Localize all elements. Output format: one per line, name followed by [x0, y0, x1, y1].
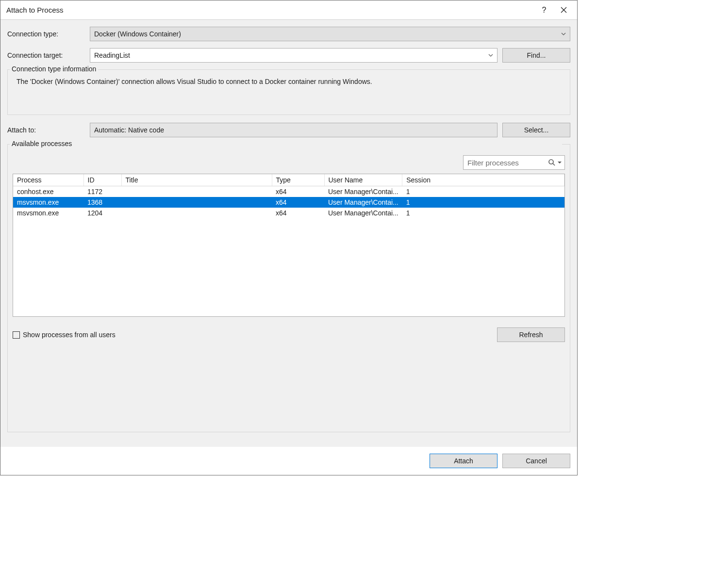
close-icon — [561, 7, 567, 13]
cell-title — [121, 208, 272, 218]
refresh-button[interactable]: Refresh — [497, 327, 565, 342]
process-list[interactable]: Process ID Title Type User Name Session … — [13, 174, 565, 317]
available-processes-group: Available processes Filter processes — [7, 144, 570, 432]
search-icon — [548, 159, 556, 166]
attach-to-value-box: Automatic: Native code — [90, 123, 497, 137]
dialog-footer: Attach Cancel — [0, 447, 577, 475]
cell-session: 1 — [402, 197, 564, 208]
help-button[interactable]: ? — [534, 0, 554, 20]
connection-type-value: Docker (Windows Container) — [94, 30, 181, 38]
available-processes-legend: Available processes — [10, 140, 562, 147]
cell-user: User Manager\Contai... — [324, 197, 402, 208]
chevron-down-icon — [488, 54, 493, 57]
filter-processes-input[interactable]: Filter processes — [463, 155, 565, 170]
show-all-users-checkbox[interactable] — [13, 331, 20, 339]
table-row[interactable]: msvsmon.exe1368x64User Manager\Contai...… — [13, 197, 564, 208]
dialog-content: Connection type: Docker (Windows Contain… — [0, 20, 577, 447]
cell-user: User Manager\Contai... — [324, 186, 402, 197]
window-title: Attach to Process — [6, 6, 534, 14]
col-user[interactable]: User Name — [324, 174, 402, 186]
col-type[interactable]: Type — [272, 174, 324, 186]
connection-type-info-group: Connection type information The 'Docker … — [7, 69, 570, 115]
cell-id: 1172 — [83, 186, 121, 197]
titlebar: Attach to Process ? — [0, 0, 577, 20]
attach-to-label: Attach to: — [7, 126, 90, 134]
cell-session: 1 — [402, 208, 564, 218]
cell-type: x64 — [272, 186, 324, 197]
cell-type: x64 — [272, 197, 324, 208]
cell-type: x64 — [272, 208, 324, 218]
table-row[interactable]: conhost.exe1172x64User Manager\Contai...… — [13, 186, 564, 197]
col-session[interactable]: Session — [402, 174, 564, 186]
process-list-header[interactable]: Process ID Title Type User Name Session — [13, 174, 564, 186]
connection-type-label: Connection type: — [7, 30, 90, 38]
find-button[interactable]: Find... — [502, 48, 570, 63]
col-id[interactable]: ID — [83, 174, 121, 186]
cell-title — [121, 197, 272, 208]
cell-process: msvsmon.exe — [13, 208, 83, 218]
connection-target-combobox[interactable]: ReadingList — [90, 48, 497, 63]
svg-point-0 — [549, 160, 553, 164]
cell-title — [121, 186, 272, 197]
select-button[interactable]: Select... — [502, 123, 570, 137]
close-button[interactable] — [554, 0, 573, 20]
connection-target-value: ReadingList — [94, 51, 130, 59]
connection-type-info-legend: Connection type information — [10, 65, 98, 73]
cancel-button[interactable]: Cancel — [502, 454, 570, 468]
col-title[interactable]: Title — [121, 174, 272, 186]
chevron-down-icon — [561, 33, 566, 35]
cell-id: 1368 — [83, 197, 121, 208]
show-all-users-label: Show processes from all users — [23, 331, 116, 339]
svg-line-1 — [553, 163, 555, 165]
cell-process: msvsmon.exe — [13, 197, 83, 208]
connection-type-info-text: The 'Docker (Windows Container)' connect… — [17, 78, 563, 85]
filter-placeholder: Filter processes — [467, 159, 519, 167]
cell-id: 1204 — [83, 208, 121, 218]
dropdown-caret-icon — [558, 161, 562, 164]
cell-user: User Manager\Contai... — [324, 208, 402, 218]
attach-to-process-dialog: Attach to Process ? Connection type: Doc… — [0, 0, 578, 475]
connection-type-dropdown[interactable]: Docker (Windows Container) — [90, 27, 570, 41]
attach-button[interactable]: Attach — [430, 454, 497, 468]
cell-process: conhost.exe — [13, 186, 83, 197]
col-process[interactable]: Process — [13, 174, 83, 186]
attach-to-value: Automatic: Native code — [94, 126, 164, 134]
table-row[interactable]: msvsmon.exe1204x64User Manager\Contai...… — [13, 208, 564, 218]
connection-target-label: Connection target: — [7, 51, 90, 59]
cell-session: 1 — [402, 186, 564, 197]
